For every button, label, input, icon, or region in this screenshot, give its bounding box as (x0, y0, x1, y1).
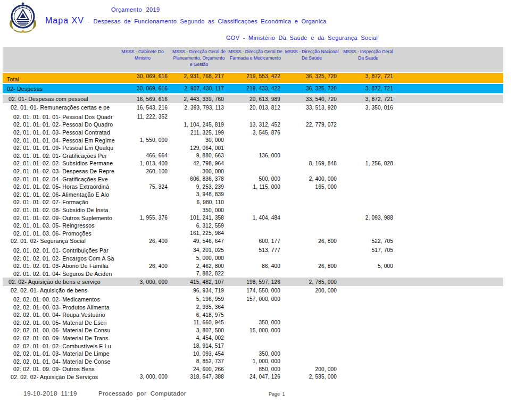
value-cell: 2, 935, 364 (171, 304, 227, 310)
value-cell: 24, 600, 266 (171, 366, 227, 372)
value-cell: 9, 253, 239 (171, 184, 227, 190)
row-label: 02. 01. 02- Segurança Social (3, 238, 114, 244)
row-label: 02. 01. 01. 01. 03- Pessoal Contratad (3, 129, 114, 136)
table-row: 02. 02. 01. 09. 09- Outros Bens24, 600, … (3, 365, 503, 373)
table-row: 02. 01. 01. 03. 06- Promoções161, 225, 9… (3, 230, 503, 238)
page-footer: 19-10-2018 11:19 Processado por Computad… (0, 390, 532, 401)
value-cell: 34, 201, 025 (171, 247, 227, 253)
table-row: 02. 01. 01. 01. 09- Pessoal Em Qualqu129… (3, 144, 503, 152)
row-label: 02. 01. 01. 03. 06- Promoções (3, 230, 114, 237)
header-filler (396, 47, 503, 72)
value-cell: 161, 225, 984 (171, 230, 227, 236)
value-cell: 7, 882, 822 (171, 271, 227, 276)
row-label: 02. 01. 01. 01. 04- Pessoal Em Regime (3, 137, 114, 144)
value-cell: 1, 013, 400 (114, 161, 171, 166)
value-cell: 8, 852, 737 (171, 358, 227, 364)
row-label: 02. 01. 01. 02. 08- Subsídio De Insta (3, 207, 114, 213)
value-cell: 3, 807, 500 (171, 328, 227, 333)
value-cell: 1, 404, 484 (227, 215, 284, 221)
row-label: 02. 01. 01. 01. 01- Pessoal Dos Quadr (3, 114, 114, 120)
row-label: 02. 01. 02. 01. 02- Encargos Com A Sa (3, 255, 114, 262)
map-title-separator: - (88, 18, 90, 24)
value-cell: 36, 325, 720 (284, 73, 340, 79)
table-row: 02. 01. 01. 02. 04- Gratificações Eve606… (3, 175, 503, 183)
value-cell: 850, 000 (227, 366, 284, 372)
column-header: MSSS - Direcção Nacional De Saúde (284, 47, 340, 72)
value-cell: 1, 000, 000 (227, 358, 284, 364)
value-cell: 1, 256, 028 (340, 161, 396, 166)
value-cell: 2, 931, 768, 217 (171, 73, 227, 79)
table-row: 02. 01. 01. 03. 05- Reingressos6, 312, 5… (3, 222, 503, 230)
value-cell: 86, 400 (227, 263, 284, 269)
row-label: 02. 01. 01. 02. 03- Despesas De Repre (3, 168, 114, 174)
value-cell: 30, 000 (171, 137, 227, 143)
row-label: 02. 02. 01. 09. 09- Outros Bens (3, 366, 114, 372)
page-number: Page 1 (269, 391, 285, 397)
value-cell: 18, 914, 517 (171, 343, 227, 349)
row-label-column-spacer (3, 47, 114, 72)
value-cell: 15, 000, 000 (227, 328, 284, 333)
value-cell: 5, 000, 000 (171, 255, 227, 261)
table-row: 02. 02. 01. 00. 09- Material De Trans4, … (3, 334, 503, 342)
table-row: 02. 01. 01. 02. 08- Subsídio De Insta350… (3, 206, 503, 214)
table-row: 02. 02. 02- Aquisição De Serviços3, 000,… (3, 373, 503, 381)
row-label: 02. 01. 01- Remunerações certas e pe (3, 104, 114, 111)
table-row: 02. 01. 01. 02. 02- Subsídios Permane1, … (3, 160, 503, 167)
value-cell: 517, 705 (340, 247, 396, 253)
map-number-title: Mapa XV (45, 16, 84, 26)
row-label: 02. 01. 01. 02. 09- Outros Suplemento (3, 215, 114, 221)
row-label: 02. 01. 02. 01. 01- Contribuições Par (3, 247, 114, 254)
value-cell: 350, 000 (171, 207, 227, 213)
table-body: Total30, 069, 6162, 931, 768, 217219, 55… (3, 73, 503, 381)
value-cell: 49, 546, 647 (171, 238, 227, 244)
value-cell: 6, 418, 975 (171, 312, 227, 318)
value-cell: 26, 800 (284, 263, 340, 269)
value-cell: 20, 013, 812 (227, 105, 284, 111)
value-cell: 22, 779, 072 (284, 122, 340, 128)
value-cell: 522, 705 (340, 238, 396, 244)
row-label: 02. 01. 02. 01. 03- Abono De Família (3, 263, 114, 269)
column-header: MSSS - Direcção Geral De Farmacia e Medi… (227, 47, 284, 72)
value-cell: 3, 350, 016 (340, 105, 396, 111)
row-label: 02. 01. 01. 02. 02- Subsídios Permane (3, 160, 114, 166)
value-cell: 2, 393, 793, 113 (171, 105, 227, 111)
row-label: 02. 02. 01. 01. 04- Material De Conse (3, 358, 114, 365)
value-cell: 6, 312, 559 (171, 223, 227, 229)
table-row: 02- Despesas30, 069, 6162, 907, 430, 117… (3, 84, 503, 93)
value-cell: 26, 800 (284, 238, 340, 244)
row-label: 02. 02. 01. 00. 03- Produtos Alimenta (3, 304, 114, 311)
value-cell: 3, 872, 721 (340, 73, 396, 79)
value-cell: 1, 955, 376 (114, 215, 171, 221)
table-row: 02. 02. 01. 01. 02- Combustíveis E Lu18,… (3, 342, 503, 350)
table-row: 02. 02. 01. 01. 04- Material De Conse8, … (3, 357, 503, 365)
value-cell: 101, 241, 358 (171, 215, 227, 221)
value-cell: 2, 585, 000 (284, 374, 340, 380)
value-cell: 513, 777 (227, 247, 284, 253)
table-row: 02. 02. 01. 00. 03- Produtos Alimenta2, … (3, 303, 503, 311)
table-row: 02. 01. 01. 01. 02- Pessoal Do Quadro1, … (3, 121, 503, 129)
table-row: 02. 02- Aquisição de bens e serviço3, 00… (3, 278, 503, 286)
value-cell: 6, 980, 110 (171, 199, 227, 205)
value-cell: 2, 462, 800 (171, 263, 227, 269)
table-row: 02. 01. 01. 02. 07- Formação6, 980, 110 (3, 198, 503, 206)
value-cell: 219, 553, 422 (227, 73, 284, 79)
value-cell: 24, 047, 126 (227, 374, 284, 380)
column-header: MSSS - Inspecção Geral Da Saude (340, 47, 396, 72)
row-label: 02. 01. 01. 02. 04- Gratificações Eve (3, 176, 114, 182)
value-cell: 11, 660, 945 (171, 320, 227, 325)
value-cell: 466, 664 (114, 153, 171, 158)
value-cell: 198, 597, 126 (227, 279, 284, 285)
row-label: 02. 01. 01. 02. 07- Formação (3, 199, 114, 205)
value-cell: 3, 948, 839 (171, 191, 227, 197)
value-cell: 36, 325, 720 (284, 86, 340, 91)
value-cell: 3, 872, 721 (340, 86, 396, 91)
value-cell: 5, 196, 959 (171, 296, 227, 302)
row-label: 02. 01. 02. 01. 04- Seguros De Aciden (3, 271, 114, 277)
row-label: 02. 02. 01. 00. 06- Material De Consu (3, 327, 114, 333)
row-label: 02. 01. 01. 03. 05- Reingressos (3, 222, 114, 229)
value-cell: 165, 000 (284, 184, 340, 190)
table-row: 02. 01. 01. 02. 03- Despesas De Repre260… (3, 167, 503, 175)
national-emblem-logo (6, 2, 39, 35)
value-cell: 157, 000, 000 (227, 296, 284, 302)
row-label: 02. 01. 01. 01. 02- Pessoal Do Quadro (3, 121, 114, 128)
